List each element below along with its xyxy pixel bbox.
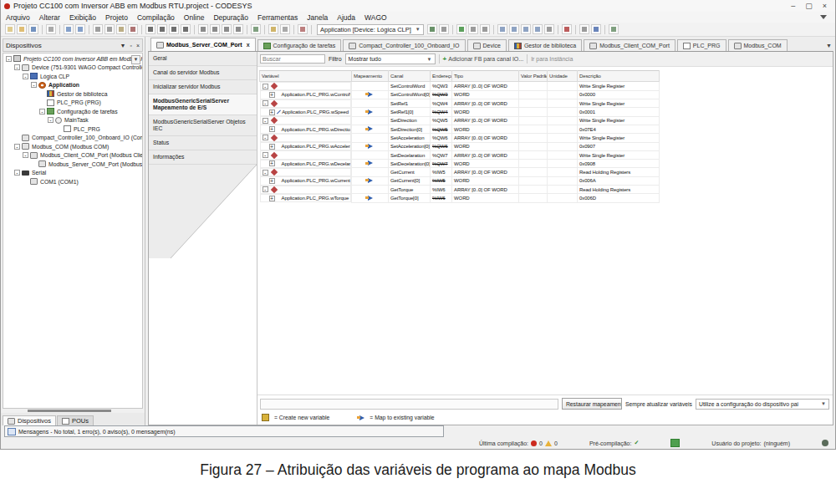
tab-device[interactable]: Device [467, 39, 507, 51]
replace-icon[interactable] [157, 24, 167, 34]
filter-combo[interactable]: Mostrar tudo ▼ [345, 53, 436, 64]
row-expander[interactable]: + [269, 196, 275, 201]
column-header-canal[interactable]: Canal [389, 71, 431, 82]
column-header-valor-padr-o[interactable]: Valor Padrão [519, 71, 548, 82]
login-icon[interactable] [427, 24, 437, 34]
save-icon[interactable] [28, 24, 38, 34]
menu-item-wago[interactable]: WAGO [364, 13, 387, 22]
channel-row-setacceleration[interactable]: -SetAcceleration%QW6ARRAY [0..0] OF WORD… [260, 134, 660, 142]
new-object-icon[interactable] [280, 24, 290, 34]
tree-expander[interactable]: - [6, 56, 12, 62]
bookmark-icon[interactable] [198, 24, 208, 34]
column-header-endere-o[interactable]: Endereço [431, 71, 452, 82]
row-expander[interactable]: - [263, 100, 268, 106]
find-all-icon[interactable] [169, 24, 179, 34]
menu-item-compila-o[interactable]: Compilação [137, 13, 175, 22]
close-button[interactable]: × [823, 2, 827, 10]
variable-row-application-plc-prg-wcontrolword[interactable]: +Application.PLC_PRG.wControlWordSetCont… [260, 90, 660, 99]
tree-item-l-gica-clp[interactable]: -Lógica CLP [3, 72, 142, 81]
find-next-icon[interactable] [181, 24, 191, 34]
column-header-tipo[interactable]: Tipo [452, 71, 519, 82]
tab-modbus-server-com-port[interactable]: Modbus_Server_COM_Portx [150, 38, 256, 51]
channel-row-setref1[interactable]: -SetRef1%QW4ARRAY [0..0] OF WORDWrite Si… [260, 99, 660, 108]
pin-icon[interactable]: ▫ [130, 43, 131, 48]
panel-tab-dispositivos[interactable]: Dispositivos [3, 415, 56, 425]
paste-icon[interactable] [116, 24, 126, 34]
run-to-cursor-icon[interactable] [533, 24, 543, 34]
channel-row-setcontrolword[interactable]: -SetControlWord%QW3ARRAY [0..0] OF WORDW… [260, 82, 660, 91]
menu-item-arquivo[interactable]: Arquivo [6, 13, 30, 22]
tree-item-plc-prg-prg[interactable]: PLC_PRG (PRG) [3, 99, 142, 108]
copy-icon[interactable] [104, 24, 115, 34]
find-icon[interactable] [145, 24, 155, 34]
variable-row-application-plc-prg-wtorque[interactable]: +Application.PLC_PRG.wTorqueGetTorque[0]… [260, 194, 660, 202]
editor-nav-canal-do-servidor-modbus[interactable]: Canal do servidor Modbus [149, 66, 257, 80]
tree-item-com1-com1[interactable]: COM1 (COM1) [3, 177, 142, 186]
editor-nav-modbusgenericserialserver-mapeamento-de-e-s[interactable]: ModbusGenericSerialServer Mapeamento de … [149, 94, 257, 115]
search-input[interactable] [260, 54, 325, 64]
refresh-icon[interactable] [609, 24, 619, 34]
variable-row-application-plc-prg-wcurrent[interactable]: +Application.PLC_PRG.wCurrentGetCurrent[… [260, 176, 660, 185]
delete-icon[interactable] [128, 24, 138, 34]
column-header-mapeamento[interactable]: Mapeamento [352, 71, 389, 82]
wago-icon[interactable] [591, 24, 601, 34]
step-out-icon[interactable] [521, 24, 531, 34]
row-expander[interactable]: - [263, 84, 268, 89]
logout-icon[interactable] [439, 24, 449, 34]
variable-row-application-plc-prg-wdirection[interactable]: +Application.PLC_PRG.wDirectionSetDirect… [260, 125, 660, 133]
scrollbar-thumb[interactable] [28, 410, 111, 412]
tree-item-plc-prg[interactable]: PLC_PRG [3, 125, 142, 134]
row-expander[interactable]: + [269, 160, 275, 166]
row-expander[interactable]: + [269, 144, 275, 150]
start-icon[interactable] [456, 24, 466, 34]
panel-close-icon[interactable]: × [136, 43, 140, 48]
tree-expander[interactable]: - [31, 82, 37, 88]
stop-icon[interactable] [468, 24, 478, 34]
variable-row-application-plc-prg-wacceleration[interactable]: +Application.PLC_PRG.wAccelerationSetAcc… [260, 142, 660, 150]
tab-modbus-com[interactable]: Modbus_COM [728, 39, 788, 51]
add-fb-button[interactable]: + Adicionar FB para canal IO... [443, 55, 524, 63]
column-header-unidade[interactable]: Unidade [548, 71, 578, 82]
menu-item-janela[interactable]: Janela [307, 13, 328, 22]
editor-nav-modbusgenericserialserver-objetos-iec[interactable]: ModbusGenericSerialServer Objetos IEC [149, 115, 257, 136]
always-update-combo[interactable]: Utilize a configuração do dispositivo pa… [696, 399, 829, 410]
globe-icon[interactable] [822, 440, 828, 446]
redo-icon[interactable] [75, 24, 85, 34]
row-expander[interactable]: + [269, 109, 275, 115]
tab-compact-controller-100-onboard-io[interactable]: Compact_Controller_100_Onboard_IO [343, 39, 465, 51]
previous-bookmark-icon[interactable] [222, 24, 232, 34]
window-icon[interactable] [579, 24, 589, 34]
channel-row-gettorque[interactable]: -GetTorque%IW6ARRAY [0..0] OF WORDRead H… [260, 186, 660, 194]
minimize-button[interactable]: – [791, 2, 795, 10]
app-context-combo[interactable]: Application [Device: Lógica CLP] ▼ [317, 24, 424, 35]
tab-configura-o-de-tarefas[interactable]: Configuração de tarefas [257, 39, 342, 51]
breakpoint-icon[interactable] [562, 24, 572, 34]
tree-item-serial[interactable]: -Serial [3, 169, 142, 178]
tree-expander[interactable]: - [39, 109, 45, 115]
messages-box[interactable]: Mensagens - No total, 1 erro(s), 0 aviso… [4, 425, 444, 437]
menu-item-projeto[interactable]: Projeto [105, 13, 128, 22]
tab-plc-prg[interactable]: PLC_PRG [677, 39, 726, 51]
tree-expander[interactable]: - [48, 117, 54, 123]
menu-item-ajuda[interactable]: Ajuda [337, 13, 355, 22]
row-expander[interactable]: - [263, 118, 268, 124]
tab-gestor-de-biblioteca[interactable]: Gestor de biblioteca [508, 39, 582, 51]
menu-item-exibi-o[interactable]: Exibição [69, 13, 96, 22]
panel-tab-pous[interactable]: POUs [57, 415, 94, 425]
maximize-button[interactable]: ▢ [805, 2, 813, 10]
build-icon[interactable] [251, 24, 261, 34]
tree-item-configura-o-de-tarefas[interactable]: -Configuração de tarefas [3, 107, 142, 116]
tree-item-application[interactable]: -Application [3, 81, 142, 90]
tree-item-projeto-cc100-com-inversor-abb-em-modbus-rtu[interactable]: -Projeto CC100 com Inversor ABB em Modbu… [3, 54, 142, 64]
tree-item-gestor-de-biblioteca[interactable]: Gestor de biblioteca [3, 89, 142, 99]
channel-row-setdecelaration[interactable]: -SetDecelaration%QW7ARRAY [0..0] OF WORD… [260, 150, 660, 159]
tree-item-modbus-server-com-port-modbus-serv[interactable]: Modbus_Server_COM_Port (Modbus Serv [3, 160, 142, 169]
editor-nav-geral[interactable]: Geral [149, 52, 257, 66]
row-expander[interactable]: - [263, 135, 268, 140]
row-expander[interactable]: - [263, 170, 268, 176]
menu-item-alterar[interactable]: Alterar [39, 13, 60, 22]
project-dropdown-icon[interactable]: ▼ [131, 55, 140, 64]
tree-item-modbus-client-com-port-modbus-client-c[interactable]: -Modbus_Client_COM_Port (Modbus Client, … [3, 151, 142, 160]
column-header-vari-vel[interactable]: Variável [260, 71, 352, 82]
tree-expander[interactable]: - [23, 74, 28, 79]
